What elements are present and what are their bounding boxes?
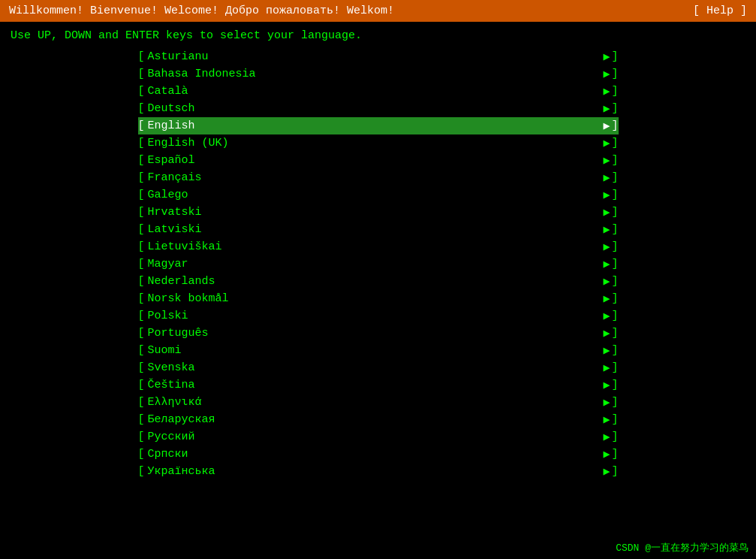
- bracket-right: ]: [611, 206, 618, 219]
- arrow-icon: ▶: [603, 292, 610, 306]
- language-item[interactable]: [ Magyar▶]: [138, 255, 619, 273]
- bracket-right: ]: [611, 85, 618, 98]
- bracket-right: ]: [611, 344, 618, 357]
- language-item[interactable]: [ Español▶]: [138, 152, 619, 169]
- arrow-icon: ▶: [603, 240, 610, 254]
- language-item[interactable]: [ Bahasa Indonesia▶]: [138, 65, 619, 83]
- language-item[interactable]: [ English▶]: [138, 117, 619, 134]
- language-name: Hrvatski: [148, 206, 601, 219]
- arrow-icon: ▶: [603, 101, 610, 116]
- arrow-icon: ▶: [603, 274, 610, 289]
- bracket-left: [: [138, 292, 145, 305]
- language-name: Čeština: [148, 379, 601, 391]
- bracket-right: ]: [611, 119, 618, 132]
- language-item[interactable]: [ Українська▶]: [138, 463, 619, 480]
- bracket-right: ]: [611, 189, 618, 201]
- bracket-left: [: [138, 310, 145, 322]
- bracket-left: [: [138, 189, 145, 201]
- arrow-icon: ▶: [603, 188, 610, 202]
- language-item[interactable]: [ Ελληνικά▶]: [138, 394, 619, 411]
- bracket-left: [: [138, 275, 145, 288]
- arrow-icon: ▶: [603, 84, 610, 98]
- bracket-left: [: [138, 154, 145, 167]
- language-item[interactable]: [ Русский▶]: [138, 428, 619, 446]
- bracket-left: [: [138, 327, 145, 340]
- bracket-left: [: [138, 431, 145, 443]
- language-name: Ελληνικά: [148, 396, 601, 409]
- bracket-right: ]: [611, 102, 618, 115]
- bracket-left: [: [138, 85, 145, 98]
- bracket-left: [: [138, 465, 145, 478]
- language-name: Magyar: [148, 258, 601, 270]
- language-name: Français: [148, 171, 601, 184]
- bracket-right: ]: [611, 154, 618, 167]
- language-name: Bahasa Indonesia: [148, 68, 601, 80]
- language-item[interactable]: [ Deutsch▶]: [138, 100, 619, 117]
- language-item[interactable]: [ Čeština▶]: [138, 376, 619, 394]
- arrow-icon: ▶: [603, 119, 610, 133]
- language-item[interactable]: [ Galego▶]: [138, 186, 619, 204]
- bracket-left: [: [138, 206, 145, 219]
- bracket-right: ]: [611, 396, 618, 409]
- arrow-icon: ▶: [603, 171, 610, 185]
- bracket-left: [: [138, 448, 145, 461]
- bracket-left: [: [138, 413, 145, 426]
- language-name: Русский: [148, 431, 601, 443]
- header-title: Willkommen! Bienvenue! Welcome! Добро по…: [9, 5, 394, 17]
- language-item[interactable]: [ Polski▶]: [138, 307, 619, 325]
- language-item[interactable]: [ Norsk bokmål▶]: [138, 290, 619, 307]
- header-bar: Willkommen! Bienvenue! Welcome! Добро по…: [0, 0, 756, 22]
- bracket-right: ]: [611, 50, 618, 63]
- bracket-right: ]: [611, 361, 618, 374]
- language-item[interactable]: [ Suomi▶]: [138, 342, 619, 359]
- bracket-right: ]: [611, 413, 618, 426]
- language-item[interactable]: [ English (UK)▶]: [138, 134, 619, 152]
- bracket-right: ]: [611, 258, 618, 270]
- bracket-right: ]: [611, 310, 618, 322]
- language-item[interactable]: [ Hrvatski▶]: [138, 204, 619, 221]
- arrow-icon: ▶: [603, 257, 610, 271]
- arrow-icon: ▶: [603, 50, 610, 64]
- bracket-left: [: [138, 396, 145, 409]
- language-item[interactable]: [ Latviski▶]: [138, 221, 619, 238]
- arrow-icon: ▶: [603, 309, 610, 323]
- bracket-left: [: [138, 50, 145, 63]
- language-name: Norsk bokmål: [148, 292, 601, 305]
- bracket-right: ]: [611, 292, 618, 305]
- language-item[interactable]: [ Nederlands▶]: [138, 273, 619, 290]
- language-name: English: [148, 119, 601, 132]
- language-name: Català: [148, 85, 601, 98]
- language-name: Latviski: [148, 223, 601, 236]
- language-name: Svenska: [148, 361, 601, 374]
- bracket-left: [: [138, 102, 145, 115]
- language-item[interactable]: [ Svenska▶]: [138, 359, 619, 376]
- bracket-right: ]: [611, 465, 618, 478]
- language-item[interactable]: [ Français▶]: [138, 169, 619, 186]
- arrow-icon: ▶: [603, 361, 610, 375]
- arrow-icon: ▶: [603, 205, 610, 219]
- bracket-left: [: [138, 171, 145, 184]
- help-button[interactable]: [ Help ]: [693, 5, 747, 17]
- language-name: Deutsch: [148, 102, 601, 115]
- language-item[interactable]: [ Asturianu▶]: [138, 48, 619, 65]
- bracket-left: [: [138, 119, 145, 132]
- arrow-icon: ▶: [603, 447, 610, 461]
- language-item[interactable]: [ Беларуская▶]: [138, 411, 619, 428]
- bracket-right: ]: [611, 171, 618, 184]
- language-item[interactable]: [ Português▶]: [138, 325, 619, 342]
- bracket-right: ]: [611, 68, 618, 80]
- bracket-left: [: [138, 361, 145, 374]
- language-name: English (UK): [148, 137, 601, 150]
- language-name: Galego: [148, 189, 601, 201]
- bracket-right: ]: [611, 240, 618, 253]
- arrow-icon: ▶: [603, 222, 610, 237]
- language-name: Português: [148, 327, 601, 340]
- bracket-right: ]: [611, 275, 618, 288]
- language-item[interactable]: [ Català▶]: [138, 83, 619, 100]
- bracket-left: [: [138, 223, 145, 236]
- bracket-left: [: [138, 240, 145, 253]
- language-item[interactable]: [ Српски▶]: [138, 446, 619, 463]
- bracket-left: [: [138, 137, 145, 150]
- language-name: Español: [148, 154, 601, 167]
- language-item[interactable]: [ Lietuviškai▶]: [138, 238, 619, 255]
